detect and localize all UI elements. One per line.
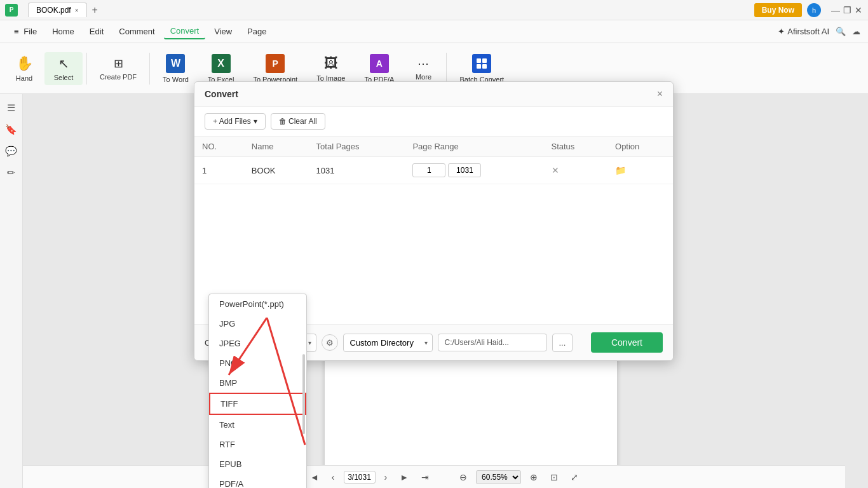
row-no: 1 bbox=[194, 157, 244, 184]
format-option-jpg[interactable]: JPG bbox=[209, 314, 306, 334]
clear-all-label: 🗑 Clear All bbox=[279, 117, 317, 126]
format-option-tiff[interactable]: TIFF bbox=[209, 393, 306, 415]
format-option-jpeg[interactable]: JPEG bbox=[209, 334, 306, 353]
table-row: 1 BOOK 1031 ✕ 📁 bbox=[194, 157, 673, 184]
dialog-header: Convert × bbox=[194, 82, 673, 107]
dialog-toolbar: + Add Files ▾ 🗑 Clear All bbox=[194, 107, 673, 137]
format-option-pdfa[interactable]: PDF/A bbox=[209, 474, 306, 488]
add-files-dropdown-icon: ▾ bbox=[254, 117, 257, 126]
table-header-row: NO. Name Total Pages Page Range Status O… bbox=[194, 137, 673, 157]
col-name: Name bbox=[244, 137, 309, 157]
dropdown-scrollbar bbox=[302, 354, 305, 434]
format-dropdown: PowerPoint(*.ppt) JPG JPEG PNG BMP TIFF … bbox=[208, 294, 307, 488]
format-option-bmp[interactable]: BMP bbox=[209, 373, 306, 393]
col-status: Status bbox=[544, 137, 608, 157]
col-no: NO. bbox=[194, 137, 244, 157]
row-page-range bbox=[405, 157, 543, 184]
browse-button[interactable]: ... bbox=[552, 334, 573, 352]
gear-button[interactable]: ⚙ bbox=[322, 334, 338, 351]
col-option: Option bbox=[607, 137, 673, 157]
dialog-table-wrapper: NO. Name Total Pages Page Range Status O… bbox=[194, 137, 673, 184]
open-folder-button[interactable]: 📁 bbox=[615, 165, 626, 175]
remove-row-button[interactable]: ✕ bbox=[552, 165, 559, 175]
convert-button[interactable]: Convert bbox=[591, 332, 663, 353]
range-to-input[interactable] bbox=[448, 163, 481, 177]
range-from-input[interactable] bbox=[412, 163, 445, 177]
dialog-close-button[interactable]: × bbox=[657, 88, 663, 100]
dialog-overlay: Convert × + Add Files ▾ 🗑 Clear All NO. … bbox=[0, 0, 868, 488]
col-page-range: Page Range bbox=[405, 137, 543, 157]
row-option: 📁 bbox=[607, 157, 673, 184]
row-total-pages: 1031 bbox=[309, 157, 405, 184]
format-option-text[interactable]: Text bbox=[209, 415, 306, 435]
format-option-ppt[interactable]: PowerPoint(*.ppt) bbox=[209, 294, 306, 314]
row-name: BOOK bbox=[244, 157, 309, 184]
format-option-epub[interactable]: EPUB bbox=[209, 454, 306, 474]
dialog-title: Convert bbox=[205, 89, 238, 99]
output-path-input[interactable] bbox=[438, 334, 547, 351]
directory-select[interactable]: Custom Directory bbox=[343, 334, 433, 352]
col-total-pages: Total Pages bbox=[309, 137, 405, 157]
format-option-rtf[interactable]: RTF bbox=[209, 435, 306, 454]
directory-container: Custom Directory ▾ bbox=[343, 334, 433, 352]
dialog-table: NO. Name Total Pages Page Range Status O… bbox=[194, 137, 673, 184]
add-files-label: + Add Files bbox=[213, 117, 251, 126]
format-option-png[interactable]: PNG bbox=[209, 353, 306, 373]
clear-all-button[interactable]: 🗑 Clear All bbox=[271, 113, 325, 130]
row-status: ✕ bbox=[544, 157, 608, 184]
add-files-button[interactable]: + Add Files ▾ bbox=[205, 113, 266, 130]
page-range-inputs bbox=[412, 163, 536, 177]
